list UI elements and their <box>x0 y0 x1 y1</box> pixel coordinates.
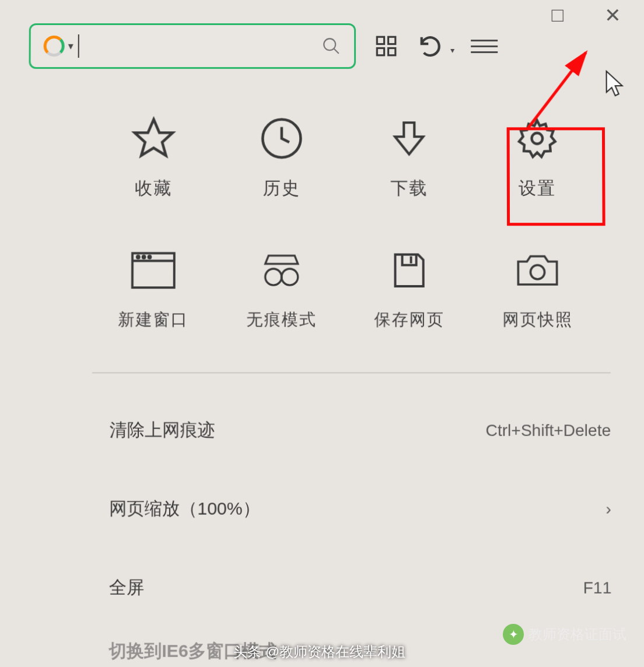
undo-icon[interactable] <box>416 32 444 60</box>
watermark: ✦ 教师资格证面试 <box>503 624 626 645</box>
fullscreen-shortcut: F11 <box>583 578 612 598</box>
svg-point-12 <box>137 256 139 258</box>
incognito-icon <box>258 247 304 293</box>
snapshot-button[interactable]: 网页快照 <box>482 247 593 331</box>
svg-rect-3 <box>388 37 396 44</box>
svg-point-0 <box>324 38 335 50</box>
svg-point-14 <box>149 256 151 258</box>
svg-line-1 <box>334 48 339 54</box>
save-page-label: 保存网页 <box>374 308 445 331</box>
favorites-button[interactable]: 收藏 <box>99 115 209 201</box>
svg-rect-5 <box>388 48 396 55</box>
search-engine-dropdown[interactable]: ▾ <box>68 40 74 52</box>
fullscreen-item[interactable]: 全屏 F11 <box>109 548 612 627</box>
incognito-label: 无痕模式 <box>246 308 317 331</box>
wechat-icon: ✦ <box>503 624 524 645</box>
download-icon <box>386 115 432 161</box>
apps-grid-icon[interactable] <box>372 32 400 60</box>
chevron-right-icon: › <box>606 500 611 518</box>
downloads-button[interactable]: 下载 <box>354 115 464 201</box>
svg-rect-18 <box>402 255 416 265</box>
snapshot-label: 网页快照 <box>502 308 573 331</box>
zoom-item[interactable]: 网页缩放（100%） › <box>109 469 611 548</box>
svg-rect-4 <box>377 48 384 55</box>
maximize-button[interactable]: □ <box>551 3 564 27</box>
fullscreen-label: 全屏 <box>109 575 145 600</box>
downloads-label: 下载 <box>391 177 428 201</box>
mouse-cursor-icon <box>604 70 627 99</box>
incognito-button[interactable]: 无痕模式 <box>226 247 337 331</box>
text-cursor <box>78 34 79 58</box>
svg-point-16 <box>281 269 298 285</box>
clear-data-label: 清除上网痕迹 <box>110 418 215 443</box>
save-icon <box>387 247 432 293</box>
star-icon <box>131 115 176 161</box>
clear-data-shortcut: Ctrl+Shift+Delete <box>486 421 611 440</box>
search-box[interactable]: ▾ <box>29 23 356 69</box>
clear-browsing-data-item[interactable]: 清除上网痕迹 Ctrl+Shift+Delete <box>109 391 611 470</box>
history-button[interactable]: 历史 <box>226 115 337 201</box>
window-icon <box>131 247 177 293</box>
close-button[interactable]: ✕ <box>604 3 621 27</box>
clock-icon <box>258 115 304 161</box>
hamburger-menu-icon[interactable] <box>471 40 498 53</box>
svg-point-20 <box>530 265 544 279</box>
svg-point-9 <box>531 133 542 144</box>
undo-dropdown[interactable]: ▾ <box>450 45 454 55</box>
window-controls: □ ✕ <box>551 3 621 27</box>
svg-point-15 <box>265 269 281 285</box>
new-window-button[interactable]: 新建窗口 <box>98 247 209 331</box>
watermark-text: 教师资格证面试 <box>528 625 626 644</box>
camera-icon <box>514 247 561 293</box>
favorites-label: 收藏 <box>135 177 172 201</box>
history-label: 历史 <box>262 177 300 201</box>
gear-icon <box>514 115 559 161</box>
source-attribution: 头条 @教师资格在线辈利姐 <box>233 643 405 661</box>
search-icon[interactable] <box>321 36 341 56</box>
svg-rect-2 <box>377 37 384 44</box>
settings-button[interactable]: 设置 <box>482 115 592 201</box>
svg-marker-7 <box>135 120 173 156</box>
new-window-label: 新建窗口 <box>118 308 189 331</box>
browser-logo-icon <box>44 36 65 57</box>
save-page-button[interactable]: 保存网页 <box>354 247 465 331</box>
zoom-label: 网页缩放（100%） <box>109 497 260 521</box>
svg-point-13 <box>143 256 145 258</box>
settings-label: 设置 <box>519 177 556 201</box>
